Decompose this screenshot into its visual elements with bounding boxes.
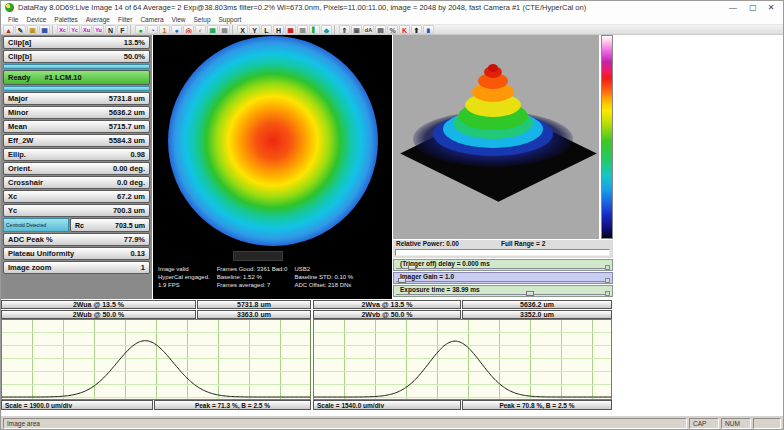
info-icon[interactable]: ● bbox=[171, 25, 182, 34]
percent-button[interactable]: % bbox=[387, 25, 398, 34]
adc-peak[interactable]: ADC Peak %77.9% bbox=[3, 233, 150, 246]
menu-device[interactable]: Device bbox=[22, 15, 50, 24]
centroid-detected-indicator: Centroid Detected bbox=[3, 218, 69, 232]
clip-b[interactable]: Clip[b]50.0% bbox=[3, 50, 150, 63]
status-line: 1.9 FPS bbox=[158, 281, 210, 289]
slider-end-cap bbox=[605, 291, 610, 296]
beam-3d-layer bbox=[488, 64, 498, 72]
clip-a[interactable]: Clip[a]13.5% bbox=[3, 36, 150, 49]
status-spacer bbox=[753, 418, 781, 429]
lineout-l-button[interactable]: L bbox=[261, 25, 272, 34]
minimize-button[interactable]: — bbox=[725, 2, 741, 13]
menu-average[interactable]: Average bbox=[82, 15, 114, 24]
x-axis-button[interactable]: X bbox=[237, 25, 248, 34]
mean-label: Mean bbox=[8, 122, 27, 131]
menu-setup[interactable]: Setup bbox=[190, 15, 215, 24]
device-ready[interactable]: Ready#1 LCM.10 bbox=[3, 70, 150, 85]
slider-track bbox=[396, 294, 610, 295]
ellipticity[interactable]: Ellip.0.98 bbox=[3, 148, 150, 161]
acquire-icon[interactable]: ▲ bbox=[3, 25, 14, 34]
trigger-delay-slider[interactable]: (Trigger off) delay = 0.000 ms bbox=[393, 259, 613, 271]
yc[interactable]: Yc700.3 um bbox=[3, 204, 150, 217]
menu-camera[interactable]: Camera bbox=[136, 15, 167, 24]
xc-profile-button[interactable]: Xc bbox=[57, 25, 68, 34]
slider-icon[interactable]: ▮ bbox=[423, 25, 434, 34]
xc[interactable]: Xc67.2 um bbox=[3, 190, 150, 203]
menu-filter[interactable]: Filter bbox=[114, 15, 136, 24]
xc-label: Xc bbox=[8, 192, 17, 201]
arrows-icon[interactable]: ◆ bbox=[321, 25, 332, 34]
imager-gain-slider[interactable]: Imager Gain = 1.0 bbox=[393, 272, 613, 284]
status-line: ADC Offset: 218 DNs bbox=[294, 281, 353, 289]
major-label: Major bbox=[8, 94, 28, 103]
k-button[interactable]: K bbox=[399, 25, 410, 34]
n-button[interactable]: N bbox=[105, 25, 116, 34]
image-zoom[interactable]: Image zoom1 bbox=[3, 261, 150, 274]
pencil-icon[interactable]: ✎ bbox=[15, 25, 26, 34]
exposure-time-label: Exposure time = 38.99 ms bbox=[400, 286, 480, 293]
maximize-button[interactable]: ▢ bbox=[745, 2, 761, 13]
one-shot-button[interactable]: 1 bbox=[159, 25, 170, 34]
profile-u-13-value: 5731.8 um bbox=[197, 300, 311, 309]
menu-support[interactable]: Support bbox=[215, 15, 246, 24]
f-button[interactable]: F bbox=[117, 25, 128, 34]
status-line: USB2 bbox=[294, 265, 353, 273]
lineout-h-button[interactable]: H bbox=[273, 25, 284, 34]
mean[interactable]: Mean5715.7 um bbox=[3, 120, 150, 133]
slider-handle[interactable] bbox=[398, 278, 406, 283]
crosshair[interactable]: Crosshair0.0 deg. bbox=[3, 176, 150, 189]
xu-profile-button[interactable]: Xu bbox=[81, 25, 92, 34]
menu-file[interactable]: File bbox=[4, 15, 22, 24]
beam-overlay-button[interactable] bbox=[233, 251, 283, 261]
exposure-time-slider[interactable]: Exposure time = 38.99 ms bbox=[393, 285, 613, 297]
major[interactable]: Major5731.8 um bbox=[3, 92, 150, 105]
beam-3d-view[interactable] bbox=[393, 35, 599, 239]
timer-icon[interactable]: ◔ bbox=[147, 25, 158, 34]
menu-view[interactable]: View bbox=[168, 15, 190, 24]
grid-icon[interactable]: ▦ bbox=[219, 25, 230, 34]
profile-v-50-label[interactable]: 2Wvb @ 50.0 % bbox=[313, 310, 461, 319]
slider-handle[interactable] bbox=[526, 291, 534, 296]
profile-v-13-label[interactable]: 2Wva @ 13.5 % bbox=[313, 300, 461, 309]
open-folder-icon[interactable]: ▣ bbox=[27, 25, 38, 34]
cyan-strip-2 bbox=[3, 86, 150, 91]
u-profile-peak: Peak = 71.3 %, B = 2.5 % bbox=[154, 400, 311, 410]
da-button[interactable]: dA bbox=[363, 25, 374, 34]
profile-u-13-label[interactable]: 2Wua @ 13.5 % bbox=[1, 300, 196, 309]
relative-power-block: Relative Power: 0.00 Full Range = 2 bbox=[393, 240, 613, 258]
profile-u-50-label[interactable]: 2Wub @ 50.0 % bbox=[1, 310, 196, 319]
plateau-uniformity[interactable]: Plateau Uniformity0.13 bbox=[3, 247, 150, 260]
contrast-icon[interactable]: ◐ bbox=[195, 25, 206, 34]
u-profile-scale: Scale = 1900.0 um/div bbox=[1, 400, 153, 410]
yc-profile-button[interactable]: Yc bbox=[69, 25, 80, 34]
menu-palettes[interactable]: Palettes bbox=[50, 15, 82, 24]
orientation-value: 0.00 deg. bbox=[113, 164, 145, 173]
app-window: DataRay 8.0D69:Live Image 14 of 64 Avera… bbox=[0, 0, 784, 430]
save-icon[interactable]: ▦ bbox=[39, 25, 50, 34]
go-button[interactable]: ● bbox=[135, 25, 146, 34]
plateau-uniformity-value: 0.13 bbox=[130, 249, 145, 258]
rgb-bars-icon[interactable]: ▌ bbox=[309, 25, 320, 34]
palette-icon[interactable]: ▦ bbox=[207, 25, 218, 34]
status-column-1: Image validHyperCal engaged.1.9 FPS bbox=[158, 265, 210, 289]
y-axis-button[interactable]: Y bbox=[249, 25, 260, 34]
up-arrows-icon[interactable]: ⇑ bbox=[339, 25, 350, 34]
crosshair-label: Crosshair bbox=[8, 178, 43, 187]
arrow-up-icon[interactable]: ⬆ bbox=[411, 25, 422, 34]
print-icon[interactable]: ▤ bbox=[375, 25, 386, 34]
red-grid-icon[interactable]: ▦ bbox=[285, 25, 296, 34]
camera-icon[interactable]: ▣ bbox=[351, 25, 362, 34]
gray-grid-icon[interactable]: ▥ bbox=[297, 25, 308, 34]
status-bar: Image area CAP NUM bbox=[1, 415, 783, 430]
slider-handle[interactable] bbox=[408, 265, 416, 270]
minor[interactable]: Minor5636.2 um bbox=[3, 106, 150, 119]
close-button[interactable]: ✕ bbox=[763, 2, 779, 13]
rc-label: Rc bbox=[75, 222, 84, 229]
intensity-colorbar bbox=[601, 35, 613, 239]
eff-2w[interactable]: Eff_2W5584.3 um bbox=[3, 134, 150, 147]
rc-button[interactable]: Rc703.5 um bbox=[70, 218, 150, 232]
yu-profile-button[interactable]: Yu bbox=[93, 25, 104, 34]
orientation[interactable]: Orient.0.00 deg. bbox=[3, 162, 150, 175]
target-icon[interactable]: ◎ bbox=[183, 25, 194, 34]
beam-2d-view[interactable]: Image validHyperCal engaged.1.9 FPSFrame… bbox=[153, 35, 392, 299]
